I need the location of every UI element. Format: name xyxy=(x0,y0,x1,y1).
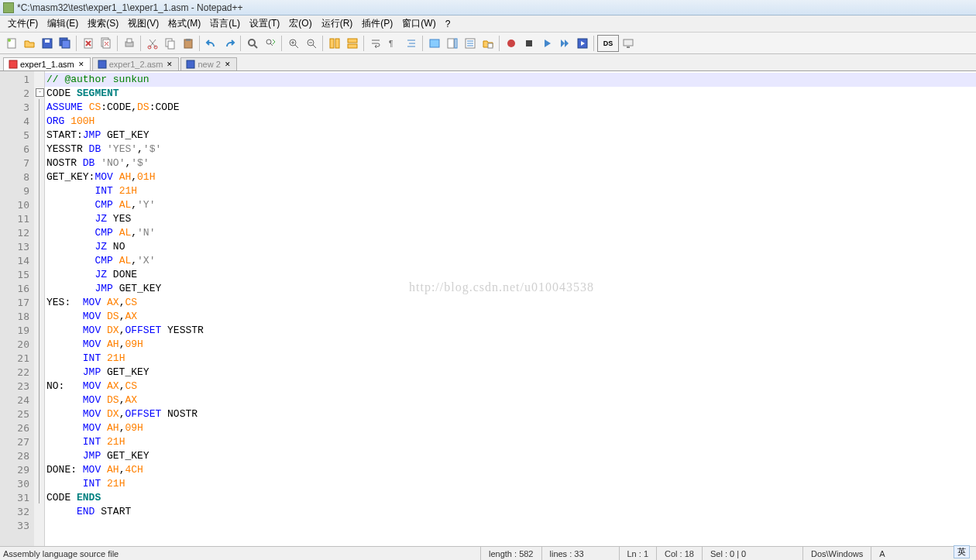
code-line[interactable]: NOSTR DB 'NO','$' xyxy=(45,156,976,170)
fold-cell[interactable] xyxy=(34,448,44,462)
find-button[interactable] xyxy=(244,35,261,52)
zoom-out-button[interactable] xyxy=(303,35,320,52)
save-button[interactable] xyxy=(39,35,56,52)
fold-cell[interactable] xyxy=(34,85,44,99)
code-line[interactable]: CMP AL,'N' xyxy=(45,226,976,240)
code-line[interactable]: JMP GET_KEY xyxy=(45,449,976,463)
macro-play-button[interactable] xyxy=(538,35,555,52)
menu-format[interactable]: 格式(M) xyxy=(163,15,205,32)
func-list-button[interactable] xyxy=(462,35,479,52)
fold-cell[interactable] xyxy=(34,308,44,322)
code-line[interactable] xyxy=(45,519,976,533)
code-line[interactable]: GET_KEY:MOV AH,01H xyxy=(45,170,976,184)
code-line[interactable]: MOV DS,AX xyxy=(45,393,976,407)
new-file-button[interactable] xyxy=(3,35,20,52)
fold-cell[interactable] xyxy=(34,378,44,392)
fold-cell[interactable] xyxy=(34,392,44,406)
show-all-chars-button[interactable]: ¶ xyxy=(385,35,402,52)
sync-vscroll-button[interactable] xyxy=(326,35,343,52)
fold-cell[interactable] xyxy=(34,127,44,141)
menu-language[interactable]: 语言(L) xyxy=(205,15,245,32)
fold-cell[interactable] xyxy=(34,490,44,503)
fold-cell[interactable] xyxy=(34,462,44,476)
fold-cell[interactable] xyxy=(34,155,44,169)
code-line[interactable]: INT 21H xyxy=(45,184,976,198)
fold-cell[interactable] xyxy=(34,113,44,127)
code-line[interactable]: CMP AL,'Y' xyxy=(45,198,976,212)
code-line[interactable]: CMP AL,'X' xyxy=(45,254,976,268)
code-line[interactable]: JMP GET_KEY xyxy=(45,282,976,296)
fold-cell[interactable] xyxy=(34,350,44,364)
paste-button[interactable] xyxy=(180,35,197,52)
replace-button[interactable] xyxy=(262,35,279,52)
code-line[interactable]: CODE SEGMENT xyxy=(45,87,976,101)
macro-save-button[interactable] xyxy=(574,35,591,52)
menu-plugins[interactable]: 插件(P) xyxy=(357,15,397,32)
macro-record-button[interactable] xyxy=(503,35,520,52)
menu-run[interactable]: 运行(R) xyxy=(317,15,358,32)
close-button[interactable] xyxy=(80,35,97,52)
menu-settings[interactable]: 设置(T) xyxy=(245,15,284,32)
close-all-button[interactable] xyxy=(98,35,115,52)
code-line[interactable]: START:JMP GET_KEY xyxy=(45,129,976,143)
fold-cell[interactable] xyxy=(34,169,44,183)
code-line[interactable]: YES: MOV AX,CS xyxy=(45,296,976,310)
fold-cell[interactable] xyxy=(34,294,44,308)
fold-cell[interactable] xyxy=(34,280,44,294)
menu-view[interactable]: 视图(V) xyxy=(123,15,163,32)
code-line[interactable]: // @author sunkun xyxy=(45,73,976,87)
code-line[interactable]: MOV DS,AX xyxy=(45,310,976,324)
redo-button[interactable] xyxy=(221,35,238,52)
fold-cell[interactable] xyxy=(34,211,44,225)
print-button[interactable] xyxy=(121,35,138,52)
fold-margin[interactable] xyxy=(34,71,45,551)
save-all-button[interactable] xyxy=(57,35,74,52)
indent-guide-button[interactable] xyxy=(403,35,420,52)
fold-cell[interactable] xyxy=(34,225,44,239)
doc-switcher-button[interactable]: DS xyxy=(597,35,619,52)
open-file-button[interactable] xyxy=(21,35,38,52)
code-line[interactable]: YESSTR DB 'YES','$' xyxy=(45,143,976,156)
fold-cell[interactable] xyxy=(34,420,44,434)
folder-workspace-button[interactable] xyxy=(479,35,497,52)
code-area[interactable]: http://blog.csdn.net/u010043538 // @auth… xyxy=(45,71,976,551)
menu-search[interactable]: 搜索(S) xyxy=(83,15,123,32)
fold-cell[interactable] xyxy=(34,517,44,531)
ud-lang-button[interactable] xyxy=(426,35,443,52)
macro-multi-button[interactable] xyxy=(556,35,573,52)
tab-close-icon[interactable]: ✕ xyxy=(166,60,174,68)
fold-cell[interactable] xyxy=(34,364,44,378)
code-line[interactable]: JZ DONE xyxy=(45,268,976,282)
code-line[interactable]: MOV DX,OFFSET NOSTR xyxy=(45,407,976,421)
undo-button[interactable] xyxy=(203,35,220,52)
tab-new-2[interactable]: new 2 ✕ xyxy=(180,57,236,70)
menu-file[interactable]: 文件(F) xyxy=(3,15,43,32)
code-line[interactable]: JZ YES xyxy=(45,212,976,226)
code-line[interactable]: JZ NO xyxy=(45,240,976,254)
menu-window[interactable]: 窗口(W) xyxy=(397,15,440,32)
code-line[interactable]: MOV AH,09H xyxy=(45,421,976,435)
fold-cell[interactable] xyxy=(34,197,44,211)
code-line[interactable]: INT 21H xyxy=(45,352,976,366)
editor[interactable]: 1234567891011121314151617181920212223242… xyxy=(0,71,976,551)
fold-cell[interactable] xyxy=(34,434,44,448)
tab-exper1-1[interactable]: exper1_1.asm ✕ xyxy=(3,57,91,70)
fold-cell[interactable] xyxy=(34,71,44,85)
tab-close-icon[interactable]: ✕ xyxy=(77,60,85,68)
code-line[interactable]: NO: MOV AX,CS xyxy=(45,380,976,393)
tab-exper1-2[interactable]: exper1_2.asm ✕ xyxy=(92,57,180,70)
fold-cell[interactable] xyxy=(34,99,44,113)
wordwrap-button[interactable] xyxy=(367,35,384,52)
menu-help[interactable]: ? xyxy=(441,17,455,31)
zoom-in-button[interactable] xyxy=(285,35,302,52)
doc-map-button[interactable] xyxy=(444,35,461,52)
code-line[interactable]: INT 21H xyxy=(45,435,976,449)
fold-cell[interactable] xyxy=(34,406,44,420)
code-line[interactable]: DONE: MOV AH,4CH xyxy=(45,463,976,477)
sync-hscroll-button[interactable] xyxy=(344,35,361,52)
fold-cell[interactable] xyxy=(34,503,44,517)
cut-button[interactable] xyxy=(144,35,161,52)
fold-cell[interactable] xyxy=(34,239,44,253)
menu-edit[interactable]: 编辑(E) xyxy=(43,15,83,32)
fold-cell[interactable] xyxy=(34,266,44,280)
